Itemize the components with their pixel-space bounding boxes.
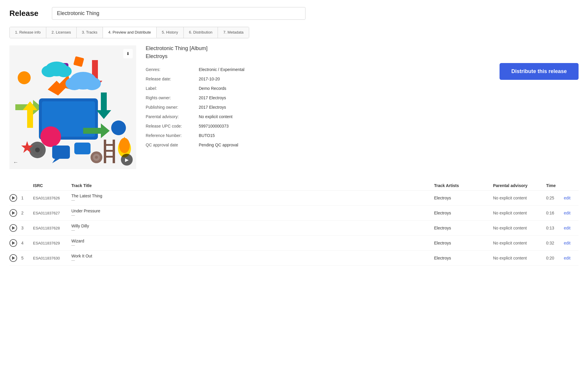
track-4-artist: Electroys — [434, 241, 493, 245]
tab-history[interactable]: 5. History — [157, 27, 184, 38]
track-4-play-button[interactable] — [9, 239, 17, 247]
track-2-advisory: No explicit content — [493, 211, 546, 215]
reference-number-label: Reference Number: — [146, 133, 199, 138]
tab-tracks[interactable]: 3. Tracks — [77, 27, 103, 38]
track-3-play-button[interactable] — [9, 224, 17, 232]
track-5-artist: Electroys — [434, 256, 493, 260]
track-row: 1 ESA011837626 The Latest Thing — Electr… — [9, 191, 579, 206]
album-art: ⬇ ▶ ← — [9, 45, 136, 169]
distribute-button[interactable]: Distribute this release — [500, 63, 579, 80]
tab-metadata[interactable]: 7. Metadata — [218, 27, 249, 38]
track-3-edit-link[interactable]: edit — [564, 226, 579, 230]
track-1-play-button[interactable] — [9, 194, 17, 202]
track-3-title: Willy Dilly — [71, 224, 434, 228]
track-5-advisory: No explicit content — [493, 256, 546, 260]
track-2-play-button[interactable] — [9, 209, 17, 217]
time-header: Time — [546, 183, 564, 188]
track-2-title: Under Pressure — [71, 209, 434, 213]
reference-number-value: BUTO15 — [199, 133, 490, 138]
release-date-label: Release date: — [146, 76, 199, 82]
track-3-time: 0:13 — [546, 226, 564, 230]
track-5-edit-link[interactable]: edit — [564, 256, 579, 260]
tab-distribution[interactable]: 6. Distribution — [184, 27, 218, 38]
rights-owner-label: Rights owner: — [146, 95, 199, 101]
track-2-title-container: Under Pressure — — [71, 209, 434, 217]
release-artist: Electroys — [146, 53, 490, 60]
track-2-isrc: ESA011837627 — [33, 211, 71, 215]
tab-release-info[interactable]: 1. Release info — [10, 27, 46, 38]
track-3-subtitle: — — [71, 228, 434, 232]
info-grid: Genres: Electronic / Experimental Releas… — [146, 67, 490, 148]
svg-point-27 — [42, 65, 57, 77]
download-icon[interactable]: ⬇ — [123, 49, 133, 58]
track-1-advisory: No explicit content — [493, 196, 546, 200]
svg-point-17 — [35, 148, 40, 152]
track-row: 3 ESA011837628 Willy Dilly — Electroys N… — [9, 221, 579, 236]
track-3-artist: Electroys — [434, 226, 493, 230]
track-4-title: Wizard — [71, 239, 434, 243]
track-1-edit-link[interactable]: edit — [564, 196, 579, 200]
svg-point-24 — [65, 77, 83, 90]
rights-owner-value: 2017 Electroys — [199, 95, 490, 101]
svg-rect-33 — [74, 143, 91, 154]
distribute-area: Distribute this release — [500, 45, 579, 169]
parental-advisory-header: Parental advisory — [493, 183, 546, 188]
track-4-advisory: No explicit content — [493, 241, 546, 245]
publishing-owner-value: 2017 Electroys — [199, 104, 490, 110]
svg-point-8 — [40, 126, 61, 147]
track-title-header: Track Title — [71, 183, 434, 188]
svg-point-25 — [83, 77, 101, 90]
track-4-num: 4 — [21, 241, 33, 245]
track-2-subtitle: — — [71, 213, 434, 217]
label-label: Label: — [146, 85, 199, 91]
track-1-num: 1 — [21, 196, 33, 200]
track-5-time: 0:20 — [546, 256, 564, 260]
upc-label: Release UPC code: — [146, 123, 199, 129]
label-value: Demo Records — [199, 85, 490, 91]
qc-approval-label: QC approval date — [146, 142, 199, 148]
track-5-play-button[interactable] — [9, 254, 17, 262]
track-row: 2 ESA011837627 Under Pressure — Electroy… — [9, 206, 579, 221]
parental-advisory-value: No explicit content — [199, 114, 490, 120]
back-icon[interactable]: ← — [13, 159, 18, 166]
svg-rect-31 — [52, 146, 70, 159]
tab-preview-distribute[interactable]: 4. Preview and Distribute — [103, 27, 157, 38]
track-3-num: 3 — [21, 226, 33, 230]
track-5-title: Work It Out — [71, 254, 434, 258]
track-5-num: 5 — [21, 256, 33, 260]
release-title-input[interactable] — [52, 7, 306, 20]
track-3-advisory: No explicit content — [493, 226, 546, 230]
publishing-owner-label: Publishing owner: — [146, 104, 199, 110]
parental-advisory-label: Parental advisory: — [146, 114, 199, 120]
track-1-artist: Electroys — [434, 196, 493, 200]
tab-licenses[interactable]: 2. Licenses — [46, 27, 77, 38]
track-1-time: 0:25 — [546, 196, 564, 200]
svg-rect-20 — [104, 144, 115, 146]
track-3-isrc: ESA011837628 — [33, 226, 71, 230]
track-5-isrc: ESA011837630 — [33, 256, 71, 260]
track-1-title: The Latest Thing — [71, 194, 434, 198]
track-row: 4 ESA011837629 Wizard — Electroys No exp… — [9, 236, 579, 251]
track-row: 5 ESA011837630 Work It Out — Electroys N… — [9, 251, 579, 266]
release-name: Electrotonic Thing [Album] — [146, 45, 490, 52]
track-artists-header: Track Artists — [434, 183, 493, 188]
track-4-title-container: Wizard — — [71, 239, 434, 247]
track-4-time: 0:32 — [546, 241, 564, 245]
svg-point-9 — [111, 120, 126, 135]
qc-approval-value: Pending QC approval — [199, 142, 490, 148]
track-5-title-container: Work It Out — — [71, 254, 434, 262]
track-2-artist: Electroys — [434, 211, 493, 215]
tracks-header: ISRC Track Title Track Artists Parental … — [9, 181, 579, 191]
track-2-time: 0:16 — [546, 211, 564, 215]
play-button[interactable]: ▶ — [121, 154, 133, 166]
svg-rect-21 — [104, 150, 115, 152]
release-date-value: 2017-10-20 — [199, 76, 490, 82]
track-2-edit-link[interactable]: edit — [564, 211, 579, 215]
track-4-edit-link[interactable]: edit — [564, 241, 579, 245]
track-3-title-container: Willy Dilly — — [71, 224, 434, 232]
svg-rect-22 — [104, 156, 115, 158]
page-title: Release — [9, 9, 45, 18]
genres-label: Genres: — [146, 67, 199, 72]
svg-point-10 — [18, 71, 31, 84]
track-1-title-container: The Latest Thing — — [71, 194, 434, 202]
